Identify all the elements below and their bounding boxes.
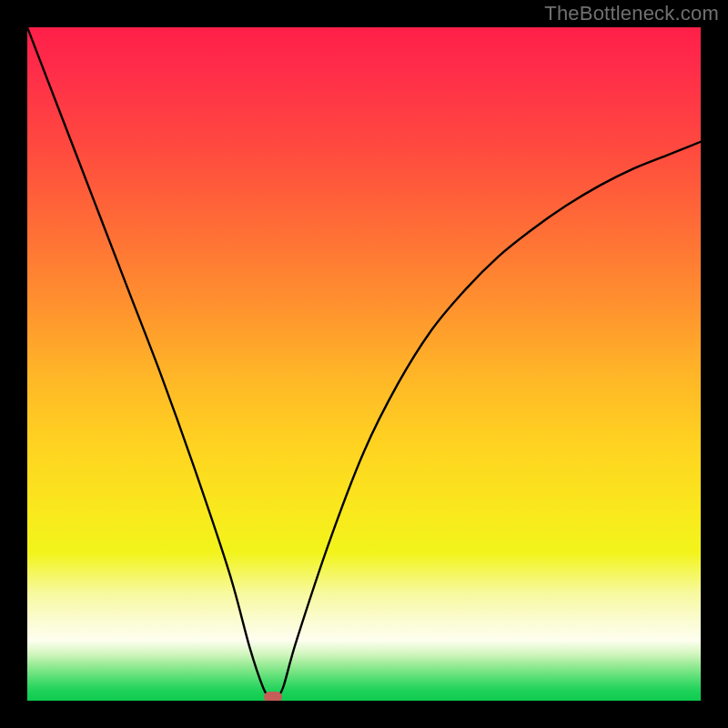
plot-area bbox=[27, 27, 701, 701]
optimal-point-marker bbox=[264, 692, 282, 701]
watermark-text: TheBottleneck.com bbox=[544, 2, 719, 25]
curve-svg bbox=[27, 27, 701, 701]
chart-frame: TheBottleneck.com bbox=[0, 0, 728, 728]
bottleneck-curve bbox=[27, 27, 701, 699]
